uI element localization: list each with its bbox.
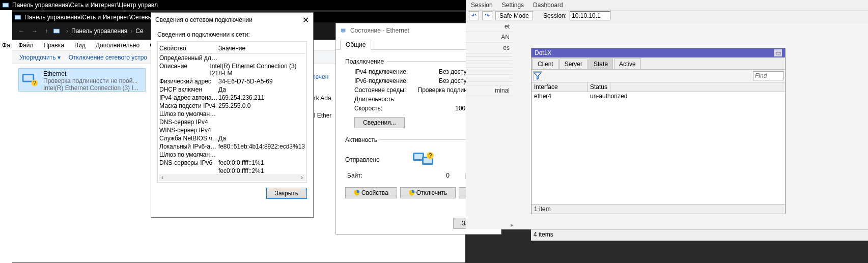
detail-value: fec0:0:0:ffff::2%1 [218,167,264,174]
window-title-2: Панель управления\Сеть и Интернет\Сетевы… [24,14,161,21]
svg-rect-10 [341,29,346,32]
svg-rect-1 [3,4,9,7]
bytes-sent-value: 0 [446,172,450,179]
menu-file[interactable]: Файл [18,42,34,49]
close-icon[interactable]: ✕ [302,15,309,25]
scroll-left-icon[interactable]: ‹ [159,174,166,181]
menu-dashboard[interactable]: Dashboard [533,2,563,9]
table-row[interactable]: ether4 un-authorized [531,92,785,100]
tab-active[interactable]: Active [614,59,641,69]
tab-state[interactable]: State [589,59,613,69]
group-activity: Активность [345,136,377,143]
disable-button[interactable]: Отключить [400,187,456,198]
scroll-right-icon[interactable]: › [298,174,305,181]
detail-value: fec0:0:0:ffff::1%1 [218,159,264,166]
detail-key: DHCP включен [159,86,218,93]
session-input[interactable] [570,11,610,20]
details-button[interactable]: Сведения... [354,117,405,128]
column-header-interface[interactable]: Interface [531,82,587,92]
detail-key: Локальный IPv6-адрес... [159,143,218,150]
detail-row[interactable]: IPv4-адрес автонастро...169.254.236.211 [159,94,305,102]
detail-value: 169.254.236.211 [218,94,264,101]
network-icon [340,27,347,34]
window-titlebar[interactable]: Dot1X ▭ [531,48,785,57]
safemode-button[interactable]: Safe Mode [495,11,533,20]
undo-button[interactable]: ↶ [469,11,479,20]
detail-row[interactable]: DNS-серверы IPv6fec0:0:0:ffff::1%1 [159,159,305,167]
menu-edit[interactable]: Правка [44,42,65,49]
column-header-status[interactable]: Status [587,82,610,92]
redo-button[interactable]: ↷ [482,11,492,20]
tab-general[interactable]: Общие [340,40,371,50]
filter-icon[interactable] [533,71,542,80]
nav-back-icon[interactable]: ← [16,27,26,35]
nav-forward-icon[interactable]: → [30,27,40,35]
list-area[interactable]: ether4 un-authorized [531,92,785,204]
detail-row[interactable]: Определенный для по... [159,54,305,62]
control-panel-icon [53,27,60,35]
detail-row[interactable]: Шлюз по умолчанию IP... [159,151,305,159]
detail-key: DNS-сервер IPv4 [159,119,218,126]
nav-up-icon[interactable]: ↑ [43,27,50,35]
status-key: Состояние среды: [354,86,406,94]
column-header-property[interactable]: Свойство [159,45,218,52]
svg-text:?: ? [429,152,432,159]
detail-row[interactable]: Локальный IPv6-адрес...fe80::51eb:4b14:8… [159,142,305,151]
window-titlebar-1: Панель управления\Сеть и Интернет\Центр … [0,0,466,10]
tabstrip: Client Server State Active [531,57,785,70]
detail-key: Шлюз по умолчанию IP... [159,110,218,118]
minimize-icon[interactable]: ▭ [774,49,782,56]
shield-icon [354,190,360,196]
detail-row[interactable]: ОписаниеIntel(R) Ethernet Connection (3)… [159,62,305,77]
tab-client[interactable]: Client [533,59,558,69]
breadcrumb-separator-icon: › [66,27,68,35]
network-details-dialog: Сведения о сетевом подключении ✕ Сведени… [151,12,314,218]
menu-extra[interactable]: Дополнительно [96,42,139,49]
dot1x-window: Dot1X ▭ Client Server State Active Inter… [531,48,786,214]
horizontal-scrollbar[interactable]: ‹› [159,174,305,181]
close-button[interactable]: Закрыть [266,188,307,199]
svg-rect-7 [23,75,33,81]
detail-row[interactable]: Шлюз по умолчанию IP... [159,110,305,118]
properties-button[interactable]: Свойства [345,187,397,198]
detail-row[interactable]: Физический адрес34-E6-D7-5D-A5-69 [159,77,305,85]
shield-icon [409,190,415,196]
background-link-fragments: лючен ork Ada al Ether [311,64,339,122]
detail-value: fe80::51eb:4b14:8922:ecd3%13 [218,143,305,150]
status-key: Длительность: [354,96,396,103]
dialog-title: Сведения о сетевом подключении [155,16,253,23]
window-title: Dot1X [535,49,551,56]
sidebar-fragments: etANes minal [466,21,513,96]
menu-view[interactable]: Вид [74,42,86,49]
menu-session[interactable]: Session [471,2,493,9]
detail-key [159,167,218,174]
detail-key: Физический адрес [159,78,218,85]
network-adapter-icon: ? [21,70,39,89]
detail-row[interactable]: WINS-сервер IPv4 [159,126,305,134]
breadcrumb-separator-icon: › [130,27,132,35]
detail-row[interactable]: Маска подсети IPv4255.255.0.0 [159,102,305,110]
detail-value: 34-E6-D7-5D-A5-69 [218,78,273,85]
details-label: Сведения о подключении к сети: [157,31,307,38]
find-input[interactable] [753,71,783,80]
detail-row[interactable]: DHCP включенДа [159,85,305,94]
adapter-item[interactable]: ? Ethernet Проверка подлинности не прой.… [18,68,146,92]
detail-row[interactable]: Служба NetBIOS через...Да [159,134,305,142]
toolbar-disable[interactable]: Отключение сетевого устро [69,54,147,61]
detail-key: Определенный для по... [159,54,218,62]
column-header-value[interactable]: Значение [218,45,245,52]
window-title-1: Панель управления\Сеть и Интернет\Центр … [12,2,158,9]
menu-settings[interactable]: Settings [502,2,524,9]
details-listbox[interactable]: Свойство Значение Определенный для по...… [157,41,307,183]
toolbar-sort[interactable]: Упорядочить ▾ [19,54,61,61]
scroll-indicator-icon: ▸ [511,221,518,228]
detail-row[interactable]: DNS-сервер IPv4 [159,118,305,126]
control-panel-icon [2,2,9,9]
breadcrumb-root[interactable]: Панель управления [71,27,127,35]
detail-value: Да [218,86,226,93]
adapter-device: Intel(R) Ethernet Connection (3) I... [43,84,143,92]
winbox-menubar: Session Settings Dashboard [466,0,868,10]
tab-server[interactable]: Server [559,59,587,69]
adapter-name: Ethernet [43,70,143,77]
breadcrumb-next[interactable]: Се [135,27,143,35]
